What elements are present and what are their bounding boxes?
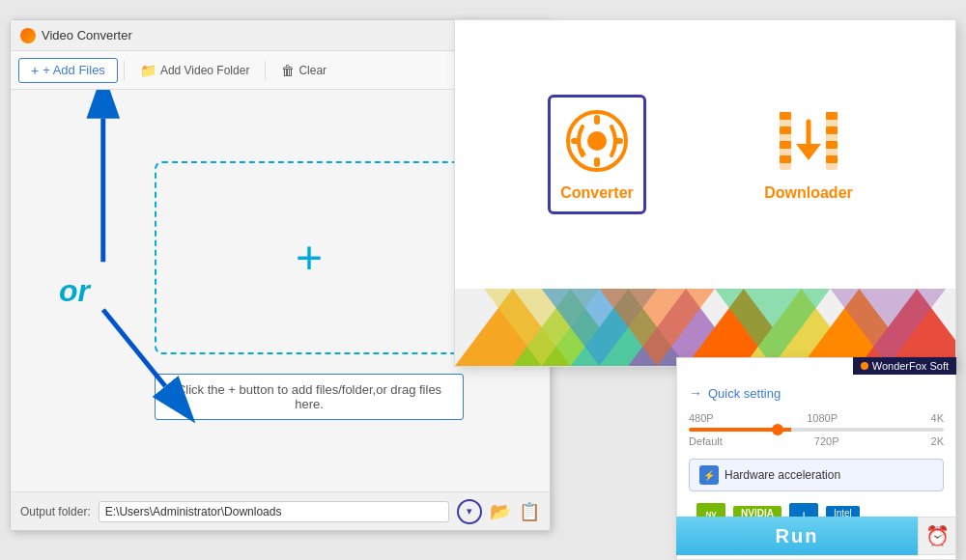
app-options-container: Converter	[455, 20, 955, 289]
downloader-option[interactable]: Downloader	[754, 98, 863, 211]
clear-icon: 🗑	[281, 63, 295, 78]
wonderfox-label: WonderFox Soft	[872, 360, 949, 372]
quick-setting-arrow-icon: →	[689, 385, 702, 401]
converter-option[interactable]: Converter	[548, 95, 646, 214]
res-label-1080p: 1080P	[807, 412, 838, 424]
hw-accel-label: Hardware acceleration	[724, 468, 840, 482]
slider-thumb[interactable]	[772, 424, 783, 435]
converter-icon	[563, 107, 631, 175]
open-folder-button[interactable]: 📂	[490, 501, 511, 522]
svg-rect-17	[826, 112, 838, 120]
add-files-label: + Add Files	[43, 63, 105, 77]
res-label-720p: 720P	[814, 435, 839, 447]
svg-point-5	[587, 131, 607, 151]
resolution-slider-container: 480P 1080P 4K Default 720P 2K	[689, 412, 944, 447]
res-label-default: Default	[689, 435, 723, 447]
app-icon	[20, 28, 36, 43]
window-title: Video Converter	[42, 28, 132, 42]
toolbar-separator	[124, 61, 125, 80]
folder-icon: 📁	[140, 63, 156, 78]
quick-setting-label: Quick setting	[708, 386, 781, 401]
svg-rect-15	[780, 155, 791, 163]
run-area: Run ⏰	[676, 512, 956, 560]
copy-button[interactable]: 📋	[519, 501, 540, 522]
run-button[interactable]: Run	[676, 517, 918, 555]
svg-marker-22	[796, 144, 821, 160]
svg-rect-19	[826, 141, 838, 149]
clear-label: Clear	[298, 64, 327, 77]
drop-zone-plus-icon: +	[296, 235, 323, 281]
quick-setting-title: → Quick setting	[689, 385, 944, 401]
converter-icon-circle	[563, 107, 631, 175]
resolution-slider-track[interactable]	[689, 428, 944, 432]
triangles-decoration	[455, 289, 955, 366]
or-text: or	[59, 273, 90, 309]
app-selection-panel: Converter	[454, 19, 956, 367]
clear-button[interactable]: 🗑 Clear	[271, 59, 336, 82]
downloader-label: Downloader	[764, 184, 853, 202]
svg-rect-7	[594, 157, 600, 167]
hardware-acceleration-button[interactable]: ⚡ Hardware acceleration	[689, 459, 944, 491]
svg-rect-13	[780, 126, 791, 134]
downloader-icon	[775, 107, 842, 175]
res-label-480p: 480P	[689, 412, 714, 424]
res-label-4k: 4K	[931, 412, 944, 424]
add-files-button[interactable]: + + Add Files	[18, 58, 118, 83]
svg-rect-6	[594, 115, 600, 125]
wonderfox-badge: WonderFox Soft	[853, 357, 956, 375]
resolution-labels-bottom: Default 720P 2K	[689, 435, 944, 447]
svg-rect-20	[826, 155, 838, 163]
toolbar-separator-2	[265, 61, 266, 80]
alarm-button[interactable]: ⏰	[918, 517, 956, 555]
alarm-icon: ⏰	[925, 524, 950, 547]
plus-icon: +	[31, 63, 39, 78]
add-video-folder-label: Add Video Folder	[160, 64, 250, 77]
downloader-icon-circle	[775, 107, 842, 175]
output-bar: Output folder: ▾ 📂 📋	[11, 491, 550, 530]
svg-rect-12	[780, 112, 791, 120]
svg-rect-18	[826, 126, 838, 134]
dropdown-button[interactable]: ▾	[457, 499, 482, 524]
hw-accel-icon: ⚡	[699, 465, 719, 485]
converter-label: Converter	[560, 184, 634, 202]
res-label-2k: 2K	[931, 435, 944, 447]
hint-box: Click the + button to add files/folder,o…	[155, 374, 464, 420]
output-path-input[interactable]	[99, 501, 449, 522]
svg-rect-14	[780, 141, 791, 149]
add-video-folder-button[interactable]: 📁 Add Video Folder	[130, 59, 260, 82]
resolution-labels-top: 480P 1080P 4K	[689, 412, 944, 424]
drop-zone[interactable]: +	[155, 161, 464, 354]
wonderfox-dot	[861, 362, 868, 370]
output-folder-label: Output folder:	[20, 505, 91, 518]
